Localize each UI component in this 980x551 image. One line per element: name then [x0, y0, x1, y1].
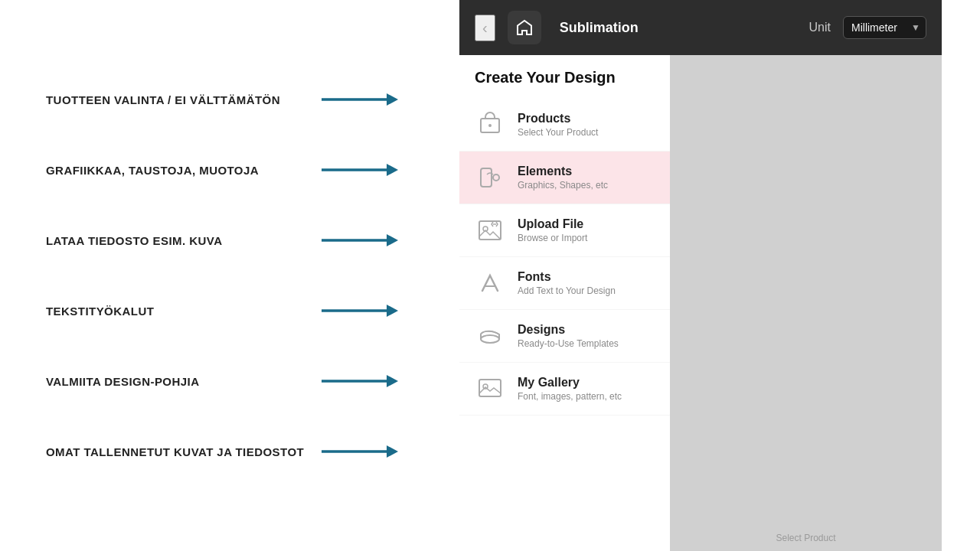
designs-icon — [475, 321, 505, 351]
annotation-text-5: OMAT TALLENNETUT KUVAT JA TIEDOSTOT — [46, 445, 314, 458]
arrow-3 — [322, 302, 398, 320]
annotation-row-0: TUOTTEEN VALINTA / EI VÄLTTÄMÄTÖN — [46, 64, 459, 135]
app-panel: ‹ Sublimation Unit Millimeter Inch Centi… — [459, 0, 942, 551]
annotations-area: TUOTTEEN VALINTA / EI VÄLTTÄMÄTÖN GRAFII… — [0, 0, 459, 551]
elements-subtitle: Graphics, Shapes, etc — [518, 180, 608, 191]
sidebar-item-elements[interactable]: Elements Graphics, Shapes, etc — [459, 152, 670, 204]
fonts-text: Fonts Add Text to Your Design — [518, 270, 616, 296]
arrow-4 — [322, 372, 398, 390]
svg-point-18 — [481, 335, 499, 343]
svg-point-13 — [488, 124, 492, 127]
arrow-0 — [322, 90, 398, 109]
svg-marker-11 — [387, 445, 398, 458]
sidebar-header: Create Your Design — [459, 55, 670, 96]
fonts-subtitle: Add Text to Your Design — [518, 285, 616, 296]
arrow-1 — [322, 161, 398, 179]
sidebar: Create Your Design Products Select Your … — [459, 55, 670, 551]
products-icon — [475, 109, 505, 140]
sidebar-item-gallery[interactable]: My Gallery Font, images, pattern, etc — [459, 363, 670, 416]
unit-wrapper: Millimeter Inch Centimeter ▼ — [843, 16, 926, 39]
sidebar-item-fonts[interactable]: Fonts Add Text to Your Design — [459, 257, 670, 310]
gallery-subtitle: Font, images, pattern, etc — [518, 391, 622, 402]
sidebar-item-designs[interactable]: Designs Ready-to-Use Templates — [459, 310, 670, 363]
upload-subtitle: Browse or Import — [518, 233, 587, 243]
designs-text: Designs Ready-to-Use Templates — [518, 323, 619, 349]
designs-title: Designs — [518, 323, 619, 337]
annotation-row-5: OMAT TALLENNETUT KUVAT JA TIEDOSTOT — [46, 416, 459, 487]
unit-label: Unit — [809, 21, 831, 34]
svg-rect-19 — [479, 380, 501, 396]
navbar: ‹ Sublimation Unit Millimeter Inch Centi… — [459, 0, 942, 55]
fonts-icon — [475, 268, 505, 298]
home-button[interactable] — [508, 11, 541, 44]
annotation-text-2: LATAA TIEDOSTO ESIM. KUVA — [46, 234, 314, 247]
annotation-text-1: GRAFIIKKAA, TAUSTOJA, MUOTOJA — [46, 164, 314, 177]
annotation-text-4: VALMIITA DESIGN-POHJIA — [46, 375, 314, 388]
elements-title: Elements — [518, 165, 608, 178]
elements-text: Elements Graphics, Shapes, etc — [518, 165, 608, 191]
svg-marker-7 — [387, 305, 398, 317]
back-button[interactable]: ‹ — [475, 15, 495, 41]
fonts-title: Fonts — [518, 270, 616, 284]
products-subtitle: Select Your Product — [518, 127, 598, 138]
products-text: Products Select Your Product — [518, 112, 598, 138]
annotation-row-3: TEKSTITYÖKALUT — [46, 276, 459, 346]
gallery-icon — [475, 373, 505, 404]
canvas-hint: Select Product — [776, 533, 835, 543]
annotation-row-2: LATAA TIEDOSTO ESIM. KUVA — [46, 205, 459, 276]
products-title: Products — [518, 112, 598, 126]
arrow-5 — [322, 442, 398, 461]
annotation-row-4: VALMIITA DESIGN-POHJIA — [46, 346, 459, 416]
svg-point-15 — [493, 174, 499, 181]
svg-marker-1 — [387, 93, 398, 106]
elements-icon — [475, 162, 505, 193]
annotation-row-1: GRAFIIKKAA, TAUSTOJA, MUOTOJA — [46, 135, 459, 205]
sidebar-item-products[interactable]: Products Select Your Product — [459, 99, 670, 152]
svg-marker-5 — [387, 234, 398, 246]
designs-subtitle: Ready-to-Use Templates — [518, 338, 619, 349]
svg-rect-14 — [481, 168, 492, 187]
gallery-text: My Gallery Font, images, pattern, etc — [518, 376, 622, 402]
app-title: Sublimation — [560, 20, 639, 36]
sidebar-item-upload[interactable]: Upload File Browse or Import — [459, 204, 670, 257]
canvas-area: Select Product — [670, 55, 942, 551]
svg-marker-9 — [387, 375, 398, 387]
upload-title: Upload File — [518, 217, 587, 231]
gallery-title: My Gallery — [518, 376, 622, 390]
upload-text: Upload File Browse or Import — [518, 217, 587, 243]
unit-select[interactable]: Millimeter Inch Centimeter — [843, 16, 926, 39]
svg-marker-3 — [387, 164, 398, 176]
sidebar-list: Products Select Your Product Elem — [459, 96, 670, 551]
content-area: Create Your Design Products Select Your … — [459, 55, 942, 551]
arrow-2 — [322, 231, 398, 249]
annotation-text-0: TUOTTEEN VALINTA / EI VÄLTTÄMÄTÖN — [46, 93, 314, 106]
home-icon — [515, 18, 534, 37]
upload-icon — [475, 215, 505, 246]
annotation-text-3: TEKSTITYÖKALUT — [46, 305, 314, 318]
